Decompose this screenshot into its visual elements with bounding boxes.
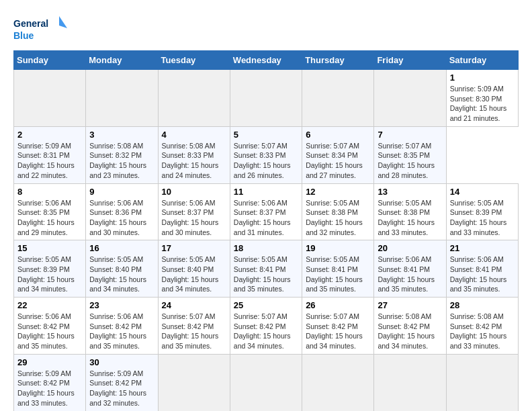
cell-daylight: Daylight: 15 hours and 35 minutes. — [162, 332, 219, 350]
cell-daylight: Daylight: 15 hours and 32 minutes. — [89, 389, 146, 407]
cell-sunrise: Sunrise: 5:05 AM — [89, 255, 143, 263]
cell-sunset: Sunset: 8:42 PM — [89, 379, 142, 387]
calendar-cell — [158, 354, 230, 411]
cell-sunrise: Sunrise: 5:06 AM — [89, 199, 143, 207]
calendar-week-row: 15 Sunrise: 5:05 AM Sunset: 8:39 PM Dayl… — [14, 240, 519, 298]
calendar-cell — [302, 70, 374, 127]
cell-sunrise: Sunrise: 5:09 AM — [89, 369, 143, 377]
cell-sunrise: Sunrise: 5:07 AM — [306, 142, 359, 150]
cell-sunrise: Sunrise: 5:06 AM — [89, 312, 143, 320]
weekday-header: Friday — [374, 51, 446, 70]
calendar-cell — [374, 354, 446, 411]
cell-daylight: Daylight: 15 hours and 30 minutes. — [89, 218, 146, 236]
calendar-cell: 8 Sunrise: 5:06 AM Sunset: 8:35 PM Dayli… — [14, 183, 86, 240]
cell-daylight: Daylight: 15 hours and 35 minutes. — [89, 332, 146, 350]
calendar-cell: 6 Sunrise: 5:07 AM Sunset: 8:34 PM Dayli… — [302, 126, 374, 183]
day-number: 17 — [162, 243, 226, 253]
calendar-cell: 14 Sunrise: 5:05 AM Sunset: 8:39 PM Dayl… — [446, 183, 518, 240]
cell-sunset: Sunset: 8:41 PM — [234, 265, 286, 273]
calendar-cell — [86, 70, 158, 127]
cell-sunrise: Sunrise: 5:06 AM — [378, 255, 431, 263]
cell-daylight: Daylight: 15 hours and 33 minutes. — [378, 218, 435, 236]
cell-sunset: Sunset: 8:42 PM — [17, 322, 70, 330]
calendar-cell: 5 Sunrise: 5:07 AM Sunset: 8:33 PM Dayli… — [230, 126, 302, 183]
day-number: 22 — [17, 300, 82, 310]
calendar-cell: 21 Sunrise: 5:06 AM Sunset: 8:41 PM Dayl… — [446, 240, 518, 298]
weekday-header: Sunday — [14, 51, 86, 70]
cell-daylight: Daylight: 15 hours and 32 minutes. — [306, 218, 363, 236]
cell-sunset: Sunset: 8:40 PM — [162, 265, 214, 273]
cell-daylight: Daylight: 15 hours and 34 minutes. — [234, 332, 291, 350]
day-number: 15 — [17, 243, 82, 253]
cell-sunrise: Sunrise: 5:07 AM — [162, 312, 216, 320]
cell-sunset: Sunset: 8:33 PM — [162, 151, 214, 159]
cell-sunset: Sunset: 8:38 PM — [378, 208, 430, 216]
day-number: 28 — [450, 300, 515, 310]
cell-sunset: Sunset: 8:42 PM — [378, 322, 430, 330]
day-number: 3 — [89, 130, 154, 140]
cell-sunrise: Sunrise: 5:08 AM — [450, 312, 504, 320]
calendar-cell: 30 Sunrise: 5:09 AM Sunset: 8:42 PM Dayl… — [86, 354, 158, 411]
calendar-cell: 3 Sunrise: 5:08 AM Sunset: 8:32 PM Dayli… — [86, 126, 158, 183]
day-number: 2 — [17, 130, 82, 140]
calendar-cell — [446, 354, 518, 411]
cell-sunset: Sunset: 8:40 PM — [89, 265, 142, 273]
cell-sunrise: Sunrise: 5:07 AM — [306, 312, 359, 320]
cell-sunset: Sunset: 8:38 PM — [306, 208, 358, 216]
cell-daylight: Daylight: 15 hours and 35 minutes. — [234, 275, 291, 293]
cell-daylight: Daylight: 15 hours and 23 minutes. — [89, 161, 146, 179]
cell-sunset: Sunset: 8:41 PM — [306, 265, 358, 273]
cell-sunrise: Sunrise: 5:07 AM — [234, 142, 287, 150]
calendar-cell: 13 Sunrise: 5:05 AM Sunset: 8:38 PM Dayl… — [374, 183, 446, 240]
cell-daylight: Daylight: 15 hours and 34 minutes. — [162, 275, 219, 293]
calendar-cell: 15 Sunrise: 5:05 AM Sunset: 8:39 PM Dayl… — [14, 240, 86, 298]
cell-sunset: Sunset: 8:42 PM — [234, 322, 286, 330]
calendar-cell: 28 Sunrise: 5:08 AM Sunset: 8:42 PM Dayl… — [446, 298, 518, 355]
cell-sunset: Sunset: 8:41 PM — [378, 265, 430, 273]
calendar-cell: 4 Sunrise: 5:08 AM Sunset: 8:33 PM Dayli… — [158, 126, 230, 183]
svg-text:Blue: Blue — [13, 30, 34, 41]
cell-sunset: Sunset: 8:35 PM — [17, 208, 70, 216]
day-number: 13 — [378, 187, 442, 197]
day-number: 26 — [306, 300, 370, 310]
cell-daylight: Daylight: 15 hours and 30 minutes. — [162, 218, 219, 236]
day-number: 1 — [450, 73, 515, 83]
cell-sunrise: Sunrise: 5:09 AM — [17, 142, 71, 150]
svg-text:General: General — [13, 18, 48, 29]
cell-sunrise: Sunrise: 5:05 AM — [378, 199, 431, 207]
calendar-cell: 11 Sunrise: 5:06 AM Sunset: 8:37 PM Dayl… — [230, 183, 302, 240]
day-number: 10 — [162, 187, 226, 197]
cell-daylight: Daylight: 15 hours and 28 minutes. — [378, 161, 435, 179]
calendar-cell: 19 Sunrise: 5:05 AM Sunset: 8:41 PM Dayl… — [302, 240, 374, 298]
calendar-week-row: 1 Sunrise: 5:09 AM Sunset: 8:30 PM Dayli… — [14, 70, 519, 127]
cell-daylight: Daylight: 15 hours and 22 minutes. — [17, 161, 75, 179]
cell-sunrise: Sunrise: 5:07 AM — [378, 142, 431, 150]
calendar-header-row: SundayMondayTuesdayWednesdayThursdayFrid… — [14, 51, 519, 70]
svg-marker-2 — [59, 16, 67, 28]
calendar-week-row: 2 Sunrise: 5:09 AM Sunset: 8:31 PM Dayli… — [14, 126, 519, 183]
weekday-header: Tuesday — [158, 51, 230, 70]
calendar-cell: 23 Sunrise: 5:06 AM Sunset: 8:42 PM Dayl… — [86, 298, 158, 355]
cell-sunrise: Sunrise: 5:05 AM — [306, 199, 359, 207]
cell-sunrise: Sunrise: 5:08 AM — [378, 312, 431, 320]
calendar-cell: 25 Sunrise: 5:07 AM Sunset: 8:42 PM Dayl… — [230, 298, 302, 355]
day-number: 9 — [89, 187, 154, 197]
calendar-cell: 29 Sunrise: 5:09 AM Sunset: 8:42 PM Dayl… — [14, 354, 86, 411]
calendar-cell: 16 Sunrise: 5:05 AM Sunset: 8:40 PM Dayl… — [86, 240, 158, 298]
cell-sunset: Sunset: 8:37 PM — [234, 208, 286, 216]
calendar-week-row: 22 Sunrise: 5:06 AM Sunset: 8:42 PM Dayl… — [14, 298, 519, 355]
weekday-header: Wednesday — [230, 51, 302, 70]
cell-sunrise: Sunrise: 5:08 AM — [89, 142, 143, 150]
cell-daylight: Daylight: 15 hours and 21 minutes. — [450, 104, 507, 122]
day-number: 23 — [89, 300, 154, 310]
cell-sunrise: Sunrise: 5:09 AM — [17, 369, 71, 377]
cell-sunrise: Sunrise: 5:05 AM — [17, 255, 71, 263]
day-number: 27 — [378, 300, 442, 310]
day-number: 6 — [306, 130, 370, 140]
weekday-header: Monday — [86, 51, 158, 70]
calendar-cell — [158, 70, 230, 127]
weekday-header: Thursday — [302, 51, 374, 70]
cell-sunrise: Sunrise: 5:07 AM — [234, 312, 287, 320]
cell-sunrise: Sunrise: 5:05 AM — [234, 255, 287, 263]
calendar-cell: 26 Sunrise: 5:07 AM Sunset: 8:42 PM Dayl… — [302, 298, 374, 355]
